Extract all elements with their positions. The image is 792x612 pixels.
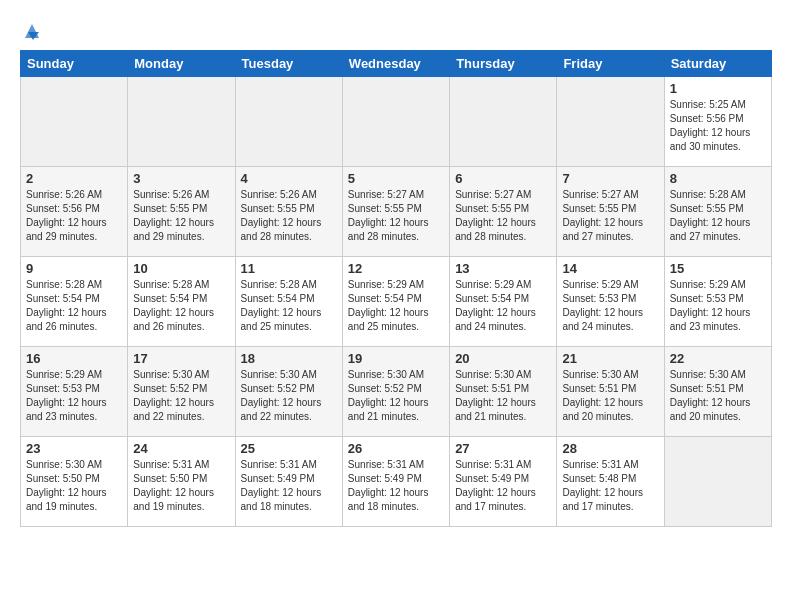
- day-info: Sunrise: 5:31 AM Sunset: 5:49 PM Dayligh…: [455, 458, 551, 514]
- day-info: Sunrise: 5:25 AM Sunset: 5:56 PM Dayligh…: [670, 98, 766, 154]
- calendar-cell: 12Sunrise: 5:29 AM Sunset: 5:54 PM Dayli…: [342, 257, 449, 347]
- week-row-5: 23Sunrise: 5:30 AM Sunset: 5:50 PM Dayli…: [21, 437, 772, 527]
- column-header-tuesday: Tuesday: [235, 51, 342, 77]
- calendar-cell: 20Sunrise: 5:30 AM Sunset: 5:51 PM Dayli…: [450, 347, 557, 437]
- day-info: Sunrise: 5:26 AM Sunset: 5:56 PM Dayligh…: [26, 188, 122, 244]
- day-info: Sunrise: 5:27 AM Sunset: 5:55 PM Dayligh…: [348, 188, 444, 244]
- day-number: 22: [670, 351, 766, 366]
- day-info: Sunrise: 5:30 AM Sunset: 5:52 PM Dayligh…: [348, 368, 444, 424]
- day-info: Sunrise: 5:30 AM Sunset: 5:52 PM Dayligh…: [241, 368, 337, 424]
- calendar-table: SundayMondayTuesdayWednesdayThursdayFrid…: [20, 50, 772, 527]
- day-number: 26: [348, 441, 444, 456]
- calendar-cell: 24Sunrise: 5:31 AM Sunset: 5:50 PM Dayli…: [128, 437, 235, 527]
- calendar-cell: 2Sunrise: 5:26 AM Sunset: 5:56 PM Daylig…: [21, 167, 128, 257]
- calendar-cell: 11Sunrise: 5:28 AM Sunset: 5:54 PM Dayli…: [235, 257, 342, 347]
- calendar-cell: [235, 77, 342, 167]
- day-info: Sunrise: 5:26 AM Sunset: 5:55 PM Dayligh…: [241, 188, 337, 244]
- day-info: Sunrise: 5:27 AM Sunset: 5:55 PM Dayligh…: [455, 188, 551, 244]
- calendar-cell: 8Sunrise: 5:28 AM Sunset: 5:55 PM Daylig…: [664, 167, 771, 257]
- week-row-3: 9Sunrise: 5:28 AM Sunset: 5:54 PM Daylig…: [21, 257, 772, 347]
- day-number: 8: [670, 171, 766, 186]
- day-number: 11: [241, 261, 337, 276]
- day-number: 19: [348, 351, 444, 366]
- calendar-cell: [128, 77, 235, 167]
- day-number: 27: [455, 441, 551, 456]
- day-number: 28: [562, 441, 658, 456]
- day-number: 15: [670, 261, 766, 276]
- day-number: 9: [26, 261, 122, 276]
- day-number: 4: [241, 171, 337, 186]
- calendar-cell: 26Sunrise: 5:31 AM Sunset: 5:49 PM Dayli…: [342, 437, 449, 527]
- calendar-cell: [21, 77, 128, 167]
- column-header-sunday: Sunday: [21, 51, 128, 77]
- day-number: 2: [26, 171, 122, 186]
- day-info: Sunrise: 5:28 AM Sunset: 5:55 PM Dayligh…: [670, 188, 766, 244]
- calendar-cell: 28Sunrise: 5:31 AM Sunset: 5:48 PM Dayli…: [557, 437, 664, 527]
- day-info: Sunrise: 5:29 AM Sunset: 5:53 PM Dayligh…: [670, 278, 766, 334]
- day-number: 16: [26, 351, 122, 366]
- calendar-cell: 21Sunrise: 5:30 AM Sunset: 5:51 PM Dayli…: [557, 347, 664, 437]
- day-number: 13: [455, 261, 551, 276]
- week-row-1: 1Sunrise: 5:25 AM Sunset: 5:56 PM Daylig…: [21, 77, 772, 167]
- day-number: 18: [241, 351, 337, 366]
- calendar-cell: [664, 437, 771, 527]
- calendar-cell: 18Sunrise: 5:30 AM Sunset: 5:52 PM Dayli…: [235, 347, 342, 437]
- day-number: 1: [670, 81, 766, 96]
- column-header-thursday: Thursday: [450, 51, 557, 77]
- day-info: Sunrise: 5:30 AM Sunset: 5:51 PM Dayligh…: [562, 368, 658, 424]
- calendar-cell: 4Sunrise: 5:26 AM Sunset: 5:55 PM Daylig…: [235, 167, 342, 257]
- calendar-cell: 16Sunrise: 5:29 AM Sunset: 5:53 PM Dayli…: [21, 347, 128, 437]
- day-number: 25: [241, 441, 337, 456]
- calendar-cell: [450, 77, 557, 167]
- logo-icon: [21, 20, 43, 42]
- day-info: Sunrise: 5:29 AM Sunset: 5:54 PM Dayligh…: [455, 278, 551, 334]
- day-info: Sunrise: 5:28 AM Sunset: 5:54 PM Dayligh…: [133, 278, 229, 334]
- day-number: 20: [455, 351, 551, 366]
- calendar-cell: 19Sunrise: 5:30 AM Sunset: 5:52 PM Dayli…: [342, 347, 449, 437]
- day-number: 5: [348, 171, 444, 186]
- day-info: Sunrise: 5:31 AM Sunset: 5:49 PM Dayligh…: [348, 458, 444, 514]
- calendar-cell: 9Sunrise: 5:28 AM Sunset: 5:54 PM Daylig…: [21, 257, 128, 347]
- calendar-header: [20, 20, 772, 40]
- calendar-cell: 1Sunrise: 5:25 AM Sunset: 5:56 PM Daylig…: [664, 77, 771, 167]
- column-header-friday: Friday: [557, 51, 664, 77]
- calendar-cell: 25Sunrise: 5:31 AM Sunset: 5:49 PM Dayli…: [235, 437, 342, 527]
- week-row-2: 2Sunrise: 5:26 AM Sunset: 5:56 PM Daylig…: [21, 167, 772, 257]
- day-number: 24: [133, 441, 229, 456]
- column-header-saturday: Saturday: [664, 51, 771, 77]
- day-info: Sunrise: 5:26 AM Sunset: 5:55 PM Dayligh…: [133, 188, 229, 244]
- calendar-cell: 27Sunrise: 5:31 AM Sunset: 5:49 PM Dayli…: [450, 437, 557, 527]
- calendar-header-row: SundayMondayTuesdayWednesdayThursdayFrid…: [21, 51, 772, 77]
- day-info: Sunrise: 5:31 AM Sunset: 5:50 PM Dayligh…: [133, 458, 229, 514]
- day-info: Sunrise: 5:30 AM Sunset: 5:51 PM Dayligh…: [455, 368, 551, 424]
- day-info: Sunrise: 5:27 AM Sunset: 5:55 PM Dayligh…: [562, 188, 658, 244]
- day-info: Sunrise: 5:31 AM Sunset: 5:48 PM Dayligh…: [562, 458, 658, 514]
- day-number: 10: [133, 261, 229, 276]
- day-number: 12: [348, 261, 444, 276]
- day-number: 3: [133, 171, 229, 186]
- week-row-4: 16Sunrise: 5:29 AM Sunset: 5:53 PM Dayli…: [21, 347, 772, 437]
- calendar-cell: 5Sunrise: 5:27 AM Sunset: 5:55 PM Daylig…: [342, 167, 449, 257]
- day-info: Sunrise: 5:28 AM Sunset: 5:54 PM Dayligh…: [241, 278, 337, 334]
- day-number: 21: [562, 351, 658, 366]
- day-info: Sunrise: 5:28 AM Sunset: 5:54 PM Dayligh…: [26, 278, 122, 334]
- calendar-cell: [342, 77, 449, 167]
- day-info: Sunrise: 5:29 AM Sunset: 5:53 PM Dayligh…: [562, 278, 658, 334]
- day-info: Sunrise: 5:30 AM Sunset: 5:52 PM Dayligh…: [133, 368, 229, 424]
- calendar-cell: 10Sunrise: 5:28 AM Sunset: 5:54 PM Dayli…: [128, 257, 235, 347]
- calendar-cell: 3Sunrise: 5:26 AM Sunset: 5:55 PM Daylig…: [128, 167, 235, 257]
- calendar-cell: 14Sunrise: 5:29 AM Sunset: 5:53 PM Dayli…: [557, 257, 664, 347]
- calendar-cell: 23Sunrise: 5:30 AM Sunset: 5:50 PM Dayli…: [21, 437, 128, 527]
- day-info: Sunrise: 5:31 AM Sunset: 5:49 PM Dayligh…: [241, 458, 337, 514]
- logo: [20, 20, 43, 40]
- day-number: 6: [455, 171, 551, 186]
- day-number: 23: [26, 441, 122, 456]
- day-info: Sunrise: 5:30 AM Sunset: 5:50 PM Dayligh…: [26, 458, 122, 514]
- day-number: 14: [562, 261, 658, 276]
- calendar-cell: 7Sunrise: 5:27 AM Sunset: 5:55 PM Daylig…: [557, 167, 664, 257]
- calendar-cell: [557, 77, 664, 167]
- day-number: 17: [133, 351, 229, 366]
- day-info: Sunrise: 5:29 AM Sunset: 5:53 PM Dayligh…: [26, 368, 122, 424]
- day-info: Sunrise: 5:29 AM Sunset: 5:54 PM Dayligh…: [348, 278, 444, 334]
- calendar-cell: 15Sunrise: 5:29 AM Sunset: 5:53 PM Dayli…: [664, 257, 771, 347]
